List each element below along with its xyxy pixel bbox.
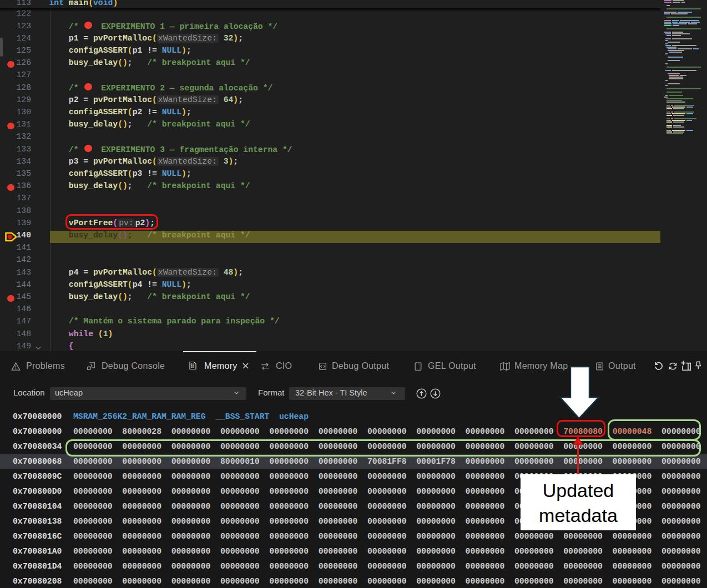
svg-text:10: 10 bbox=[191, 366, 194, 368]
